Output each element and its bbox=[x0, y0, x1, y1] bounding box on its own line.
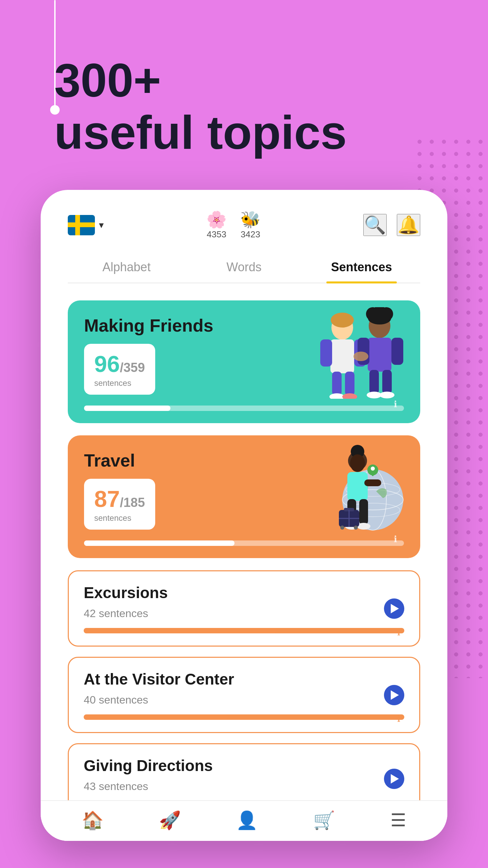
visitor-center-title: At the Visitor Center bbox=[84, 670, 404, 688]
svg-point-14 bbox=[367, 392, 382, 398]
app-header: ▾ 🌸 4353 🐝 3423 🔍 🔔 bbox=[68, 210, 420, 240]
visitor-center-bar-fill bbox=[84, 714, 228, 720]
svg-rect-2 bbox=[320, 339, 332, 367]
svg-rect-35 bbox=[359, 499, 368, 525]
flag-sweden bbox=[68, 215, 95, 235]
visitor-center-bar-bg: ℹ bbox=[84, 714, 404, 720]
nav-rocket[interactable]: 🚀 bbox=[159, 810, 181, 832]
giving-directions-title: Giving Directions bbox=[84, 756, 404, 775]
excursions-bar-bg: ℹ bbox=[84, 628, 404, 633]
travel-unit: sentences bbox=[94, 513, 145, 523]
language-selector[interactable]: ▾ bbox=[68, 215, 104, 235]
bee-icon: 🐝 bbox=[240, 210, 261, 229]
svg-point-15 bbox=[380, 392, 394, 398]
travel-card: Travel 87/185 sentences ℹ bbox=[68, 435, 420, 558]
dropdown-arrow-icon: ▾ bbox=[99, 219, 104, 231]
making-friends-progress: 96 bbox=[94, 351, 120, 377]
excursions-bar-fill bbox=[84, 628, 276, 633]
svg-rect-4 bbox=[332, 372, 342, 395]
flower-stat: 🌸 4353 bbox=[206, 210, 227, 240]
travel-bar-fill bbox=[84, 540, 235, 546]
svg-point-6 bbox=[329, 393, 344, 399]
hero-section: 300+ useful topics bbox=[54, 54, 347, 159]
travel-info-icon[interactable]: ℹ bbox=[394, 534, 397, 545]
excursions-play-button[interactable] bbox=[384, 598, 404, 619]
visitor-center-card: At the Visitor Center 40 sentences ℹ bbox=[68, 657, 420, 733]
svg-point-28 bbox=[371, 467, 375, 471]
tab-words[interactable]: Words bbox=[185, 253, 303, 282]
nav-menu[interactable]: ☰ bbox=[390, 810, 406, 832]
svg-point-42 bbox=[340, 526, 344, 530]
svg-rect-13 bbox=[382, 370, 392, 394]
nav-shop[interactable]: 🛒 bbox=[313, 810, 335, 832]
flower-count: 4353 bbox=[207, 229, 226, 240]
cart-icon: 🛒 bbox=[313, 810, 335, 831]
hero-subtitle: useful topics bbox=[54, 106, 347, 159]
making-friends-unit: sentences bbox=[94, 378, 145, 388]
travel-bar-bg: ℹ bbox=[84, 540, 404, 546]
nav-home[interactable]: 🏠 bbox=[82, 810, 104, 832]
tab-sentences[interactable]: Sentences bbox=[303, 253, 420, 282]
bee-count: 3423 bbox=[241, 229, 260, 240]
giving-directions-sentences: 43 sentences bbox=[84, 780, 404, 793]
menu-icon: ☰ bbox=[390, 810, 406, 830]
giving-directions-play-button[interactable] bbox=[384, 769, 404, 789]
svg-rect-9 bbox=[368, 338, 391, 372]
bottom-nav: 🏠 🚀 👤 🛒 ☰ bbox=[41, 800, 447, 841]
svg-rect-32 bbox=[347, 472, 368, 501]
visitor-center-sentences: 40 sentences bbox=[84, 694, 404, 706]
travel-progress: 87 bbox=[94, 486, 120, 512]
svg-point-16 bbox=[353, 352, 368, 361]
making-friends-bar-bg: ℹ bbox=[84, 406, 404, 411]
hero-title: 300+ bbox=[54, 54, 347, 106]
flower-icon: 🌸 bbox=[206, 210, 227, 229]
svg-rect-5 bbox=[345, 372, 354, 395]
excursions-card: Excursions 42 sentences ℹ bbox=[68, 570, 420, 647]
excursions-info-icon[interactable]: ℹ bbox=[397, 628, 400, 637]
svg-point-43 bbox=[354, 526, 358, 530]
travel-progress-box: 87/185 sentences bbox=[84, 479, 155, 530]
travel-illustration bbox=[305, 442, 413, 534]
travel-total: /185 bbox=[120, 495, 145, 510]
svg-point-17 bbox=[331, 313, 354, 328]
making-friends-card: Making Friends 96/359 sentences ℹ bbox=[68, 300, 420, 423]
making-friends-progress-box: 96/359 sentences bbox=[84, 344, 155, 395]
excursions-title: Excursions bbox=[84, 584, 404, 602]
svg-rect-12 bbox=[369, 370, 379, 394]
home-icon: 🏠 bbox=[82, 810, 104, 831]
svg-rect-33 bbox=[364, 479, 381, 486]
tab-alphabet[interactable]: Alphabet bbox=[68, 253, 185, 282]
info-icon[interactable]: ℹ bbox=[394, 399, 397, 410]
profile-icon: 👤 bbox=[236, 810, 258, 831]
nav-profile[interactable]: 👤 bbox=[236, 810, 258, 832]
svg-point-31 bbox=[350, 454, 365, 472]
svg-rect-11 bbox=[391, 338, 403, 365]
making-friends-bar-fill bbox=[84, 406, 170, 411]
phone-mockup: ▾ 🌸 4353 🐝 3423 🔍 🔔 Alphabet Words Sente… bbox=[41, 190, 447, 841]
bee-stat: 🐝 3423 bbox=[240, 210, 261, 240]
rocket-icon: 🚀 bbox=[159, 810, 181, 831]
nav-tabs: Alphabet Words Sentences bbox=[68, 253, 420, 283]
visitor-center-play-button[interactable] bbox=[384, 685, 404, 705]
visitor-center-info-icon[interactable]: ℹ bbox=[397, 714, 400, 724]
header-stats: 🌸 4353 🐝 3423 bbox=[206, 210, 261, 240]
making-friends-illustration bbox=[298, 307, 413, 399]
search-button[interactable]: 🔍 bbox=[363, 214, 387, 236]
making-friends-total: /359 bbox=[120, 360, 145, 375]
notifications-button[interactable]: 🔔 bbox=[397, 214, 420, 236]
header-actions: 🔍 🔔 bbox=[363, 214, 420, 236]
excursions-sentences: 42 sentences bbox=[84, 607, 404, 620]
svg-point-7 bbox=[342, 393, 357, 399]
svg-rect-1 bbox=[330, 339, 354, 373]
